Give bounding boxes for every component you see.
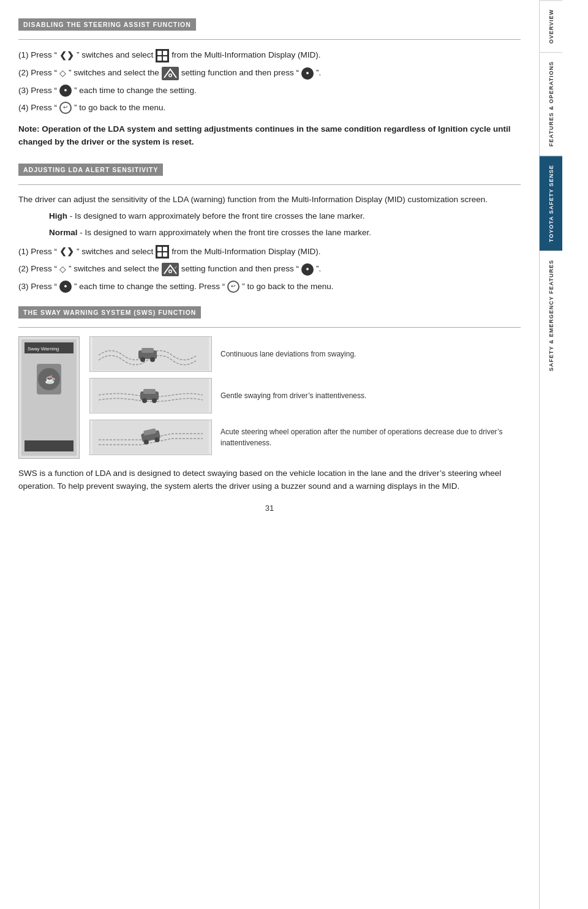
sws-right-col: Continuous lane deviations from swaying.	[89, 336, 521, 459]
step2-3-prefix: (3) Press “	[18, 280, 57, 294]
high-desc: High - Is designed to warn approximately…	[49, 210, 521, 223]
normal-text: - Is designed to warn approximately when…	[80, 228, 371, 237]
main-content: DISABLING THE STEERING ASSIST FUNCTION (…	[0, 0, 539, 909]
svg-rect-9	[157, 252, 162, 257]
lda-icon-1	[162, 67, 179, 80]
step1-4-suffix: ” to go back to the menu.	[74, 101, 165, 115]
step1-2-mid: ” switches and select the	[69, 66, 159, 80]
svg-point-26	[150, 357, 155, 362]
svg-rect-1	[163, 51, 167, 55]
step1-1-prefix: (1) Press “	[18, 48, 57, 62]
step2-2-prefix: (2) Press “	[18, 262, 57, 276]
lda-icon-2: ✓	[162, 263, 179, 276]
svg-text:✓: ✓	[174, 265, 178, 270]
round-btn-icon-2: ●	[59, 85, 72, 97]
section1-note: Note: Operation of the LDA system and se…	[18, 123, 521, 149]
grid-icon-1	[156, 49, 169, 62]
step2-1-suffix: from the Multi-Information Display (MID)…	[172, 245, 320, 259]
sws-row-1: Continuous lane deviations from swaying.	[89, 336, 521, 372]
lr-arrow-icon-2: ❮❯	[59, 244, 74, 259]
section3-title-wrap: THE SWAY WARNING SYSTEM (SWS) FUNCTION	[18, 300, 521, 328]
svg-rect-29	[143, 389, 156, 394]
step1-3-suffix: ” each time to change the setting.	[74, 84, 197, 98]
sws-img-1	[89, 336, 212, 372]
svg-rect-3	[163, 56, 167, 61]
section1-header: DISABLING THE STEERING ASSIST FUNCTION	[18, 18, 196, 31]
svg-rect-10	[163, 252, 167, 257]
step2-1-prefix: (1) Press “	[18, 245, 57, 259]
section1-step2: (2) Press “ ◇ ” switches and select the …	[18, 66, 521, 81]
sws-warning-display: Sway Warning ☕	[18, 336, 80, 459]
grid-icon-2	[156, 245, 169, 258]
round-btn-icon-4: ●	[59, 281, 72, 293]
step1-3-prefix: (3) Press “	[18, 84, 57, 98]
step2-2-end: ”.	[316, 262, 321, 276]
svg-rect-21	[24, 440, 74, 451]
svg-rect-8	[163, 247, 167, 251]
step1-2-prefix: (2) Press “	[18, 66, 57, 80]
sws-row-3: Acute steering wheel operation after the…	[89, 420, 521, 455]
svg-text:Sway Warning: Sway Warning	[28, 346, 59, 352]
tab-features-operations[interactable]: FEATURES & OPERATIONS	[540, 52, 562, 155]
tab-overview[interactable]: OVERVIEW	[540, 0, 562, 52]
section1-title-row: DISABLING THE STEERING ASSIST FUNCTION	[18, 12, 521, 38]
section1-step1: (1) Press “ ❮❯ ” switches and select fro…	[18, 48, 521, 63]
step1-1-mid: ” switches and select	[77, 48, 153, 62]
section2-header: ADJUSTING LDA ALERT SENSITIVITY	[18, 164, 163, 176]
section2-wrap: ADJUSTING LDA ALERT SENSITIVITY	[18, 157, 521, 185]
section1-wrap: DISABLING THE STEERING ASSIST FUNCTION	[18, 12, 521, 40]
page-number: 31	[18, 504, 521, 513]
sws-caption-1: Continuous lane deviations from swaying.	[221, 349, 356, 360]
sws-img-2	[89, 378, 212, 413]
step1-2-suffix: setting function and then press “	[181, 66, 299, 80]
step1-2-end: ”.	[316, 66, 321, 80]
svg-point-30	[142, 398, 147, 403]
step1-4-prefix: (4) Press “	[18, 101, 57, 115]
svg-text:☕: ☕	[45, 374, 56, 385]
section3-header: THE SWAY WARNING SYSTEM (SWS) FUNCTION	[18, 306, 201, 319]
sws-images-area: Sway Warning ☕	[18, 336, 521, 459]
step2-3-mid: ” each time to change the setting. Press…	[74, 280, 225, 294]
back-btn-icon-1: ↩	[59, 102, 72, 114]
sws-caption-2: Gentle swaying from driver’s inattentive…	[221, 390, 366, 401]
svg-point-6	[169, 74, 171, 76]
step2-2-suffix: setting function and then press “	[181, 262, 299, 276]
ud-arrow-icon-1: ◇	[59, 66, 66, 81]
tab-toyota-safety-sense[interactable]: TOYOTA SAFETY SENSE	[540, 156, 562, 251]
section2-step2: (2) Press “ ◇ ” switches and select the …	[18, 262, 521, 277]
sws-row-2: Gentle swaying from driver’s inattentive…	[89, 378, 521, 413]
svg-rect-7	[157, 247, 162, 251]
section1-step3: (3) Press “ ● ” each time to change the …	[18, 84, 521, 98]
high-text: - Is designed to warn approximately befo…	[70, 211, 365, 221]
round-btn-icon-1: ●	[301, 67, 314, 80]
round-btn-icon-3: ●	[301, 263, 314, 276]
section2-step1: (1) Press “ ❮❯ ” switches and select fro…	[18, 244, 521, 259]
step2-3-suffix: ” to go back to the menu.	[242, 280, 333, 294]
step2-1-mid: ” switches and select	[77, 245, 153, 259]
step1-1-suffix: from the Multi-Information Display (MID)…	[172, 48, 320, 62]
right-tabs: OVERVIEW FEATURES & OPERATIONS TOYOTA SA…	[539, 0, 562, 909]
ud-arrow-icon-2: ◇	[59, 262, 66, 277]
section2-intro: The driver can adjust the sensitivity of…	[18, 194, 521, 206]
section2-title-row: ADJUSTING LDA ALERT SENSITIVITY	[18, 157, 521, 183]
section3-wrap: THE SWAY WARNING SYSTEM (SWS) FUNCTION S…	[18, 300, 521, 493]
svg-point-25	[140, 357, 145, 362]
svg-point-31	[152, 398, 157, 403]
normal-desc: Normal - Is designed to warn approximate…	[49, 227, 521, 240]
high-label: High	[49, 211, 67, 221]
back-btn-icon-2: ↩	[227, 281, 239, 293]
lr-arrow-icon-1: ❮❯	[59, 48, 74, 63]
svg-rect-2	[157, 56, 162, 61]
sws-caption-3: Acute steering wheel operation after the…	[221, 426, 521, 448]
svg-point-13	[169, 270, 171, 272]
tab-safety-emergency[interactable]: SAFETY & EMERGENCY FEATURES	[540, 251, 562, 380]
svg-rect-0	[157, 51, 162, 55]
section3-title-row: THE SWAY WARNING SYSTEM (SWS) FUNCTION	[18, 300, 521, 326]
section3-body: SWS is a function of LDA and is designed…	[18, 467, 521, 493]
svg-rect-15	[21, 339, 77, 456]
svg-rect-24	[141, 348, 154, 353]
normal-label: Normal	[49, 228, 78, 237]
step2-2-mid: ” switches and select the	[69, 262, 159, 276]
section1-step4: (4) Press “ ↩ ” to go back to the menu.	[18, 101, 521, 115]
section2-step3: (3) Press “ ● ” each time to change the …	[18, 280, 521, 294]
